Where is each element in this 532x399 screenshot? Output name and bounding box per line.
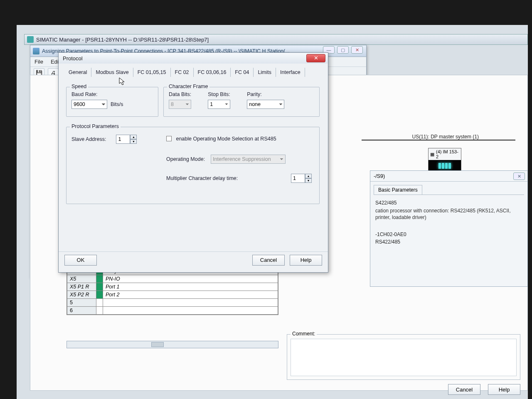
multiplier-label: Multiplier Character delay time: — [166, 175, 238, 181]
led-icon — [445, 163, 448, 169]
baud-rate-unit: Bits/s — [111, 101, 123, 107]
comment-group: Comment: — [287, 334, 520, 380]
menu-file[interactable]: File — [34, 59, 43, 65]
slot-id: X5 P1 R — [67, 283, 96, 291]
simatic-manager-titlebar: SIMATIC Manager - [PSR11-28YNYH -- D:\PS… — [24, 34, 528, 45]
slot-module-name: Port 1 — [103, 283, 278, 291]
props-description: cation processor with connection: RS422/… — [375, 207, 522, 221]
databits-select: 8 — [169, 100, 191, 109]
table-row[interactable]: 6 — [67, 307, 278, 315]
opmode-select: Interference Suppression — [211, 155, 286, 164]
baud-rate-label: Baud Rate: — [71, 91, 153, 97]
slot-marker — [96, 283, 103, 291]
properties-title-text: -/S9) — [374, 173, 385, 179]
tab-general[interactable]: General — [64, 68, 91, 77]
slot-id: 6 — [67, 307, 96, 315]
slot-id: X5 — [67, 275, 96, 283]
slot-module-name — [103, 299, 278, 307]
properties-body: S422/485 cation processor with connectio… — [374, 195, 524, 250]
protocol-dialog: Protocol ✕ GeneralModbus SlaveFC 01,05,1… — [58, 52, 328, 273]
tab-basic-parameters[interactable]: Basic Parameters — [374, 185, 422, 195]
tab-interface[interactable]: Interface — [276, 68, 305, 77]
character-frame-group: Character Frame Data Bits: 8 Stop Bits: … — [163, 87, 320, 117]
enable-opmode-checkbox[interactable] — [166, 136, 172, 141]
slot-module-name: PN-IO — [103, 275, 278, 283]
props-short-name: S422/485 — [375, 200, 522, 206]
slot-id: 5 — [67, 299, 96, 307]
enable-opmode-label: enable Operating Mode Selection at RS485 — [176, 136, 276, 142]
tab-modbus-slave[interactable]: Modbus Slave — [91, 68, 133, 77]
slot-module-name: Port 2 — [103, 291, 278, 299]
dp-slave-node[interactable]: ▦(4) IM 153-2 — [428, 148, 461, 172]
spin-up-button[interactable]: ▲ — [305, 174, 312, 178]
properties-panel: -/S9) ✕ Basic Parameters S422/485 cation… — [370, 170, 528, 287]
tab-fc-01-05-15[interactable]: FC 01,05,15 — [133, 68, 171, 77]
speed-group: Speed Baud Rate: 9600 Bits/s — [66, 87, 158, 117]
led-icon — [442, 163, 444, 169]
frame-legend: Character Frame — [167, 84, 209, 89]
footer-help-button[interactable]: Help — [488, 384, 520, 395]
led-icon — [448, 163, 451, 169]
app-icon — [27, 36, 34, 43]
props-order-no: -1CH02-0AE0 — [375, 232, 522, 237]
parity-label: Parity: — [247, 91, 284, 97]
table-row[interactable]: X5 P1 RPort 1 — [67, 283, 278, 291]
protocol-params-group: Protocol Parameters Slave Address: ▲▼ en… — [66, 127, 320, 204]
dp-bus-line — [362, 140, 515, 140]
slave-addr-spinner[interactable]: ▲▼ — [116, 135, 137, 144]
footer-cancel-button[interactable]: Cancel — [448, 384, 480, 395]
dp-master-label: US(11): DP master system (1) — [412, 134, 479, 140]
led-icon — [438, 163, 441, 169]
properties-titlebar[interactable]: -/S9) ✕ — [370, 171, 527, 182]
maximize-button[interactable]: ▢ — [337, 46, 349, 54]
dialog-close-button[interactable]: ✕ — [306, 54, 325, 62]
slot-marker — [96, 291, 103, 299]
slave-addr-input[interactable] — [116, 135, 130, 144]
opmode-label: Operating Mode: — [166, 156, 205, 162]
multiplier-spinner[interactable]: ▲▼ — [291, 174, 312, 183]
table-row[interactable]: X5PN-IO — [67, 275, 278, 283]
node-icon: ▦ — [430, 152, 434, 157]
simatic-manager-title: SIMATIC Manager - [PSR11-28YNYH -- D:\PS… — [36, 37, 209, 43]
tab-fc-04[interactable]: FC 04 — [231, 68, 254, 77]
help-button[interactable]: Help — [290, 255, 322, 266]
protocol-dialog-titlebar[interactable]: Protocol ✕ — [59, 53, 328, 64]
node-body — [429, 160, 461, 172]
slot-marker — [96, 307, 103, 315]
horizontal-scrollbar[interactable] — [66, 341, 278, 348]
props-name: RS422/485 — [375, 239, 522, 245]
cancel-button[interactable]: Cancel — [252, 255, 285, 266]
params-legend: Protocol Parameters — [70, 123, 121, 129]
slot-marker — [96, 275, 103, 283]
window-icon — [33, 48, 39, 54]
multiplier-input[interactable] — [291, 174, 305, 183]
tab-fc-03-06-16[interactable]: FC 03,06,16 — [194, 68, 231, 77]
close-button[interactable]: ✕ — [351, 46, 363, 54]
spin-down-button[interactable]: ▼ — [130, 139, 137, 144]
ok-button[interactable]: OK — [64, 255, 97, 266]
protocol-dialog-title: Protocol — [63, 55, 83, 62]
slot-marker — [96, 299, 103, 307]
comment-textarea[interactable] — [291, 339, 517, 376]
comment-legend: Comment: — [291, 331, 317, 337]
parity-select[interactable]: none — [247, 100, 284, 109]
speed-legend: Speed — [70, 84, 88, 89]
tab-fc-02[interactable]: FC 02 — [171, 68, 194, 77]
table-row[interactable]: X5 P2 RPort 2 — [67, 291, 278, 299]
tab-limits[interactable]: Limits — [254, 68, 276, 77]
properties-close-button[interactable]: ✕ — [513, 172, 525, 180]
slave-addr-label: Slave Address: — [71, 136, 106, 142]
databits-label: Data Bits: — [169, 91, 191, 97]
spin-down-button[interactable]: ▼ — [305, 178, 312, 183]
scrollbar-thumb[interactable] — [151, 342, 164, 347]
baud-rate-select[interactable]: 9600 — [71, 100, 107, 109]
slot-id: X5 P2 R — [67, 291, 96, 299]
stopbits-select[interactable]: 1 — [208, 100, 230, 109]
table-row[interactable]: 5 — [67, 299, 278, 307]
node-label: (4) IM 153-2 — [436, 149, 459, 159]
spin-up-button[interactable]: ▲ — [130, 135, 137, 139]
slot-module-name — [103, 307, 278, 315]
protocol-tabs: GeneralModbus SlaveFC 01,05,15FC 02FC 03… — [59, 64, 328, 77]
stopbits-label: Stop Bits: — [208, 91, 230, 97]
